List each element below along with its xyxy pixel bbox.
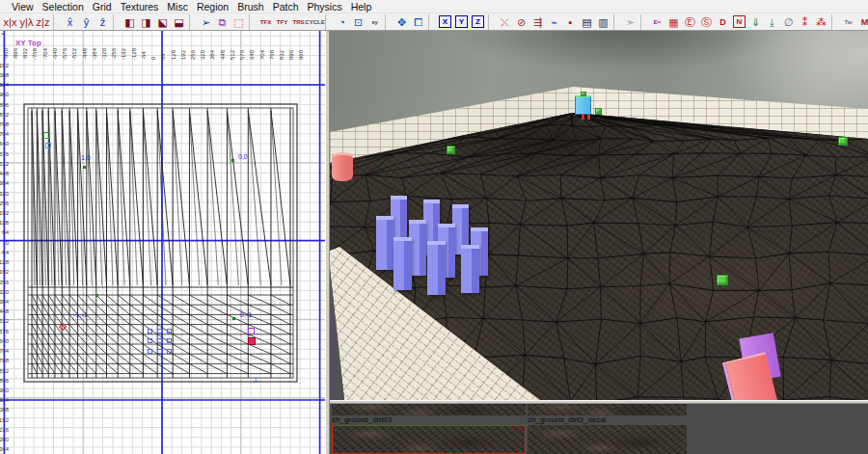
entity-inspector-icon[interactable]: E= (649, 14, 665, 30)
texture-browser[interactable]: ch_ground_dirt03 ch_ground_dirt3_decal (330, 404, 868, 454)
nodraw-icon[interactable]: N (733, 15, 746, 28)
texture-flip-x-icon[interactable]: TFX (258, 14, 274, 30)
no-model-icon[interactable]: ⊘ (513, 14, 529, 30)
red-mark[interactable] (582, 114, 584, 120)
texture-thumbnail[interactable] (528, 425, 687, 454)
drop-down-icon[interactable]: ⇓ (747, 14, 764, 30)
menu-misc[interactable]: Misc (167, 0, 188, 13)
path-tool-icon[interactable]: ⌁ (546, 14, 562, 30)
detail-brush-icon[interactable]: D (715, 14, 731, 30)
csg-intersect-icon[interactable]: ⬓ (171, 14, 187, 30)
menu-textures[interactable]: Textures (121, 0, 159, 13)
ruler-label: 64 (0, 229, 9, 236)
texture-grid-icon[interactable]: ▦ (665, 14, 682, 30)
popup-menu-icon[interactable]: ⧠ (410, 14, 426, 30)
menu-selection[interactable]: Selection (42, 0, 84, 13)
rotate-x-icon[interactable]: x̂ (62, 14, 78, 30)
hollow-icon[interactable]: ⬕ (154, 14, 171, 30)
rotate-z-icon[interactable]: ẑ (95, 14, 111, 30)
menu-region[interactable]: Region (197, 0, 229, 13)
region-box-icon[interactable]: ⬚ (231, 14, 247, 30)
red-mark[interactable] (587, 115, 590, 120)
xy-view-icon[interactable]: xy (366, 14, 383, 30)
flip-y-icon[interactable]: y|λ (18, 14, 35, 30)
pillar-marker[interactable] (167, 338, 172, 343)
texture-item[interactable]: ch_ground_dirt03 (332, 404, 526, 454)
hide-sounds-icon[interactable]: Ⓢ (698, 14, 715, 30)
terrain-vertex-dot[interactable] (95, 294, 98, 297)
blue-pillar-brush[interactable] (427, 241, 446, 295)
menu-physics[interactable]: Physics (307, 0, 341, 13)
pillar-marker[interactable] (167, 349, 172, 354)
flip-x-icon[interactable]: x|x (2, 14, 18, 30)
lock-textures-icon[interactable]: ▥ (595, 14, 611, 30)
ruler-label: -1024 (0, 397, 9, 404)
texture-thumbnail[interactable] (332, 425, 526, 454)
green-cube-entity[interactable] (595, 108, 602, 115)
spawn-box-entity[interactable] (575, 95, 591, 115)
pillar-marker[interactable] (157, 349, 162, 354)
menu-grid[interactable]: Grid (93, 0, 112, 13)
pillar-marker[interactable] (167, 329, 172, 334)
red-cylinder-entity[interactable] (332, 152, 353, 181)
lock-z-icon[interactable]: Z (472, 15, 484, 28)
lock-selection-icon[interactable]: ▤ (579, 14, 595, 30)
ruler-label: -704 (42, 37, 50, 60)
pillar-marker[interactable] (148, 338, 152, 343)
rotate-y-icon[interactable]: ŷ (78, 14, 95, 30)
point-entity-icon[interactable]: ▪ (562, 14, 579, 30)
green-cube-entity[interactable] (838, 137, 848, 146)
menu-view[interactable]: View (12, 0, 34, 13)
green-cube-entity[interactable] (447, 146, 455, 154)
zero-icon[interactable]: ∅ (780, 14, 797, 30)
cycle-layers-icon[interactable]: CYCLE (307, 14, 323, 30)
terrain-vertex-dot[interactable] (83, 166, 86, 169)
ruler-label: -64 (141, 37, 149, 60)
green-cube-entity[interactable] (581, 92, 586, 96)
blue-pillar-brush[interactable] (393, 237, 412, 290)
change-views-icon[interactable]: ⊡ (350, 14, 366, 30)
pillar-marker[interactable] (148, 349, 152, 354)
green-cube-entity[interactable] (717, 275, 728, 285)
csg-merge-icon[interactable]: ◨ (138, 14, 154, 30)
terrain-vertex-dot[interactable] (231, 159, 234, 162)
drop-to-floor-icon[interactable]: ⤓ (764, 14, 780, 30)
pillar-marker[interactable] (157, 329, 162, 334)
player-starts-icon[interactable]: ⁂ (813, 14, 829, 30)
lock-x-icon[interactable]: X (439, 15, 451, 28)
entity-marker-blue[interactable] (45, 143, 51, 148)
blue-pillar-brush[interactable] (376, 216, 393, 270)
3d-camera-view[interactable] (330, 31, 868, 400)
pillar-marker[interactable] (148, 329, 152, 334)
menu-brush[interactable]: Brush (237, 0, 263, 13)
player-start-icon[interactable]: ⁑ (797, 14, 813, 30)
select-vertices-icon[interactable]: ➢ (198, 14, 214, 30)
ruler-label: 768 (269, 37, 277, 60)
ruler-label: 704 (259, 37, 267, 60)
csg-subtract-icon[interactable]: ◧ (122, 14, 138, 30)
clipper-icon[interactable]: ⤬ (497, 14, 513, 30)
menu-patch[interactable]: Patch (273, 0, 299, 13)
hide-entities-icon[interactable]: Ⓔ (682, 14, 698, 30)
blue-pillar-brush[interactable] (461, 245, 479, 293)
texture-item[interactable]: ch_ground_dirt3_decal (528, 404, 687, 454)
cursor-tool-icon[interactable]: ➣ (622, 14, 638, 30)
model-mode-icon[interactable]: M (856, 14, 868, 30)
2d-grid-view[interactable]: y -960-896-832-768-704-640-576-512-448-3… (0, 31, 325, 454)
terrain-vertex-dot[interactable] (232, 317, 235, 320)
ruler-label: -960 (0, 387, 9, 394)
free-move-icon[interactable]: ✥ (393, 14, 410, 30)
text-tool-icon[interactable]: Tw (840, 14, 856, 30)
entity-marker-red[interactable] (248, 337, 256, 345)
select-edges-icon[interactable]: ⧉ (214, 14, 231, 30)
entity-marker-green[interactable] (43, 132, 50, 139)
entity-marker-purple[interactable] (248, 328, 255, 334)
move-z-icon[interactable]: ⇶ (529, 14, 546, 30)
camera-view-icon[interactable]: ◔ (334, 14, 350, 30)
flip-z-icon[interactable]: z|z (35, 14, 51, 30)
pillar-marker[interactable] (157, 338, 162, 343)
ruler-label: 320 (0, 191, 9, 198)
lock-y-icon[interactable]: Y (455, 15, 468, 28)
menu-help[interactable]: Help (351, 0, 372, 13)
texture-flip-y-icon[interactable]: TFY (274, 14, 290, 30)
